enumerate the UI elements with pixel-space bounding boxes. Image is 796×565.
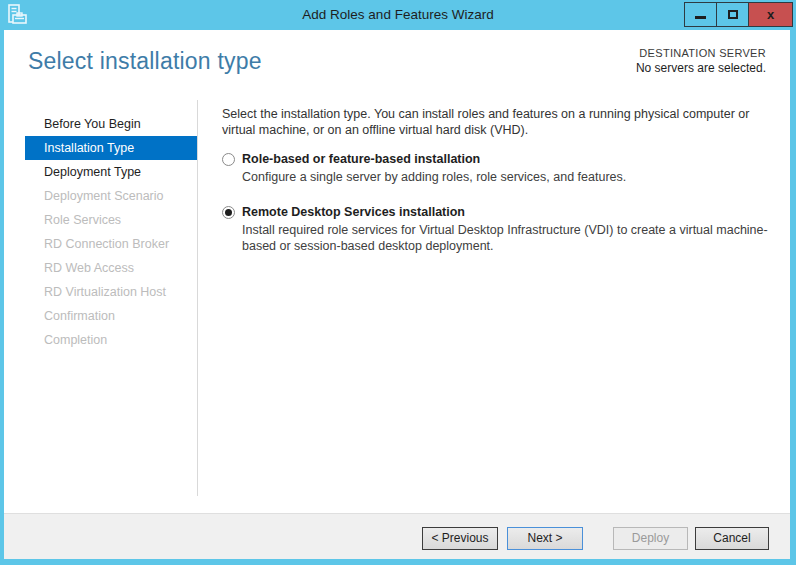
window-title: Add Roles and Features Wizard bbox=[0, 0, 796, 30]
close-button[interactable]: x bbox=[748, 2, 793, 27]
titlebar: Add Roles and Features Wizard x bbox=[0, 0, 796, 30]
sidebar-item-completion: Completion bbox=[25, 328, 197, 352]
sidebar-item-deployment-type[interactable]: Deployment Type bbox=[25, 160, 197, 184]
option-role-based-installation: Role-based or feature-based installation… bbox=[222, 152, 778, 185]
maximize-icon bbox=[728, 10, 738, 19]
radio-rds-installation[interactable] bbox=[222, 206, 235, 219]
radio-role-based-installation[interactable] bbox=[222, 153, 235, 166]
sidebar-item-rd-connection-broker: RD Connection Broker bbox=[25, 232, 197, 256]
option-role-based-description: Configure a single server by adding role… bbox=[242, 169, 778, 185]
sidebar-item-rd-virtualization-host: RD Virtualization Host bbox=[25, 280, 197, 304]
option-role-based-head[interactable]: Role-based or feature-based installation bbox=[222, 152, 778, 166]
destination-server-status: No servers are selected. bbox=[636, 61, 766, 75]
sidebar-item-installation-type[interactable]: Installation Type bbox=[25, 136, 197, 160]
intro-text: Select the installation type. You can in… bbox=[222, 106, 774, 138]
previous-button[interactable]: < Previous bbox=[422, 527, 498, 550]
option-rds-head[interactable]: Remote Desktop Services installation bbox=[222, 205, 778, 219]
page-title: Select installation type bbox=[28, 48, 262, 75]
sidebar-item-before-you-begin[interactable]: Before You Begin bbox=[25, 112, 197, 136]
sidebar-item-role-services: Role Services bbox=[25, 208, 197, 232]
destination-server-block: DESTINATION SERVER No servers are select… bbox=[636, 47, 766, 75]
footer-bar: < Previous Next > Deploy Cancel bbox=[4, 513, 790, 559]
sidebar-item-confirmation: Confirmation bbox=[25, 304, 197, 328]
option-rds-installation: Remote Desktop Services installation Ins… bbox=[222, 205, 778, 254]
sidebar-item-deployment-scenario: Deployment Scenario bbox=[25, 184, 197, 208]
next-button[interactable]: Next > bbox=[507, 527, 583, 550]
close-icon: x bbox=[767, 8, 774, 21]
window-controls: x bbox=[685, 2, 793, 27]
option-rds-label: Remote Desktop Services installation bbox=[242, 205, 465, 219]
minimize-button[interactable] bbox=[684, 2, 717, 27]
wizard-client-area: Select installation type DESTINATION SER… bbox=[4, 30, 790, 559]
destination-server-label: DESTINATION SERVER bbox=[636, 47, 766, 59]
deploy-button: Deploy bbox=[613, 527, 688, 550]
option-rds-description: Install required role services for Virtu… bbox=[242, 222, 778, 254]
cancel-button[interactable]: Cancel bbox=[695, 527, 769, 550]
sidebar-item-rd-web-access: RD Web Access bbox=[25, 256, 197, 280]
sidebar-divider bbox=[197, 100, 198, 496]
wizard-steps-sidebar: Before You Begin Installation Type Deplo… bbox=[4, 112, 197, 352]
maximize-button[interactable] bbox=[716, 2, 749, 27]
minimize-icon bbox=[695, 16, 706, 19]
wizard-window: Add Roles and Features Wizard x Select i… bbox=[0, 0, 796, 565]
option-role-based-label: Role-based or feature-based installation bbox=[242, 152, 480, 166]
